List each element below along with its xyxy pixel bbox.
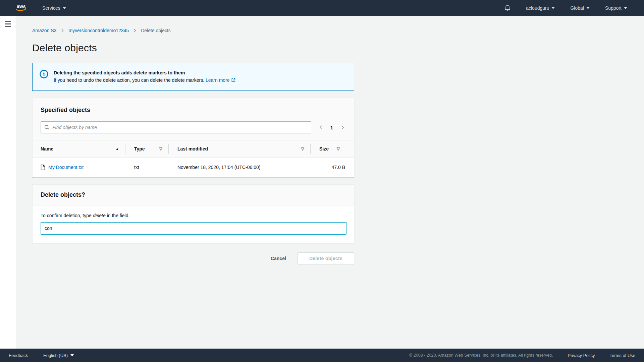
delete-confirmation-panel: Delete objects? To confirm deletion, typ… xyxy=(32,184,354,244)
chevron-down-icon xyxy=(551,7,555,9)
info-icon: i xyxy=(39,69,49,79)
page-title: Delete objects xyxy=(32,42,354,54)
bell-icon xyxy=(504,5,511,11)
column-header-name[interactable]: Name ▲ xyxy=(41,144,125,154)
notifications-button[interactable] xyxy=(504,5,511,11)
feedback-link[interactable]: Feedback xyxy=(9,353,28,358)
pagination: 1 xyxy=(318,124,346,131)
confirm-input-value: con xyxy=(45,226,52,231)
next-page-button[interactable] xyxy=(339,124,346,131)
breadcrumb-separator-icon xyxy=(61,28,64,33)
action-bar: Cancel Delete objects xyxy=(32,252,354,264)
column-header-size[interactable]: Size ▽ xyxy=(311,144,346,154)
object-search-box xyxy=(41,121,311,133)
info-alert: i Deleting the specified objects adds de… xyxy=(32,63,354,91)
account-menu[interactable]: acloudguru xyxy=(526,5,555,11)
chevron-down-icon xyxy=(586,7,590,9)
chevron-right-icon xyxy=(340,125,345,130)
previous-page-button[interactable] xyxy=(318,124,324,131)
svg-text:aws: aws xyxy=(17,4,26,9)
object-link[interactable]: My Document.txt xyxy=(48,165,84,170)
copyright-text: © 2008 - 2020, Amazon Web Services, Inc.… xyxy=(409,353,553,358)
search-input[interactable] xyxy=(52,125,308,130)
filter-icon: ▽ xyxy=(337,146,340,151)
filter-icon: ▽ xyxy=(159,146,162,151)
sort-ascending-icon: ▲ xyxy=(115,147,119,151)
terms-of-use-link[interactable]: Terms of Use xyxy=(609,353,635,358)
chevron-left-icon xyxy=(318,125,324,130)
delete-objects-button[interactable]: Delete objects xyxy=(298,252,354,264)
support-menu[interactable]: Support xyxy=(605,5,627,11)
search-icon xyxy=(44,125,50,130)
services-label: Services xyxy=(42,5,60,11)
open-menu-button[interactable] xyxy=(5,21,11,28)
services-menu[interactable]: Services xyxy=(42,5,66,11)
external-link-icon xyxy=(231,78,236,82)
specified-objects-panel: Specified objects xyxy=(32,97,354,177)
language-selector[interactable]: English (US) xyxy=(43,353,74,358)
footer: Feedback English (US) © 2008 - 2020, Ama… xyxy=(0,349,644,362)
delete-confirm-input[interactable]: con xyxy=(41,222,346,235)
table-row: My Document.txt txt November 18, 2020, 1… xyxy=(33,158,354,177)
confirm-panel-title: Delete objects? xyxy=(41,191,346,198)
confirm-instruction: To confirm deletion, type delete in the … xyxy=(41,213,346,218)
chevron-down-icon xyxy=(63,7,66,9)
object-size: 47.0 B xyxy=(311,165,346,170)
alert-title: Deleting the specified objects adds dele… xyxy=(54,69,236,76)
cancel-button[interactable]: Cancel xyxy=(269,253,287,264)
account-name: acloudguru xyxy=(526,5,549,11)
object-last-modified: November 18, 2020, 17:04 (UTC-06:00) xyxy=(169,165,311,170)
breadcrumb-current: Delete objects xyxy=(141,28,171,33)
aws-logo-icon: aws xyxy=(15,4,28,12)
svg-text:i: i xyxy=(43,72,45,77)
breadcrumb-bucket[interactable]: myversioncontroldemo12345 xyxy=(68,28,129,33)
filter-icon: ▽ xyxy=(301,146,304,151)
text-cursor xyxy=(53,225,53,232)
region-label: Global xyxy=(570,5,584,11)
object-type: txt xyxy=(125,165,169,170)
language-label: English (US) xyxy=(43,353,68,358)
specified-objects-title: Specified objects xyxy=(41,107,346,114)
column-header-last-modified[interactable]: Last modified ▽ xyxy=(169,144,311,154)
breadcrumb-separator-icon xyxy=(133,28,136,33)
privacy-policy-link[interactable]: Privacy Policy xyxy=(568,353,595,358)
breadcrumb-amazon-s3[interactable]: Amazon S3 xyxy=(32,28,56,33)
collapsed-sidebar xyxy=(0,16,16,349)
aws-logo[interactable]: aws xyxy=(15,4,28,12)
breadcrumb: Amazon S3 myversioncontroldemo12345 Dele… xyxy=(32,28,354,33)
region-menu[interactable]: Global xyxy=(570,5,589,11)
document-icon xyxy=(41,165,45,170)
chevron-down-icon xyxy=(624,7,627,9)
support-label: Support xyxy=(605,5,622,11)
main-content: Amazon S3 myversioncontroldemo12345 Dele… xyxy=(16,16,644,349)
table-header: Name ▲ Type ▽ Last modified ▽ Size ▽ xyxy=(33,140,354,158)
page-number[interactable]: 1 xyxy=(329,125,334,130)
column-header-type[interactable]: Type ▽ xyxy=(125,144,169,154)
learn-more-link[interactable]: Learn more xyxy=(206,77,236,83)
chevron-down-icon xyxy=(70,354,74,356)
top-navigation: aws Services acloudguru Global Support xyxy=(0,0,644,16)
alert-body-text: If you need to undo the delete action, y… xyxy=(54,77,204,83)
